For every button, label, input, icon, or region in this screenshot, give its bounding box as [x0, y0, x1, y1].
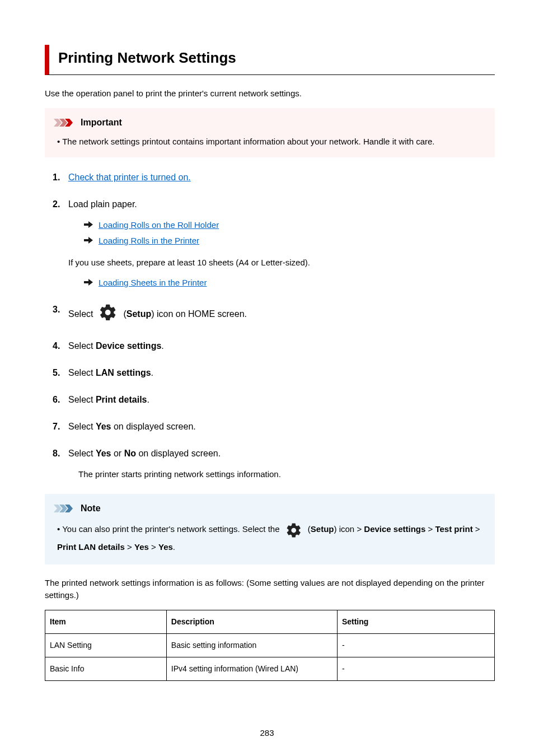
step8-mid: or — [111, 449, 124, 458]
td-desc: IPv4 setting information (Wired LAN) — [166, 657, 337, 680]
page-title: Printing Network Settings — [58, 47, 495, 69]
page-number: 283 — [0, 727, 534, 740]
important-bullet: The network settings printout contains i… — [57, 135, 486, 148]
step-3: Select (Setup) icon on HOME screen. — [56, 303, 495, 326]
table-row: LAN Setting Basic setting information - — [45, 633, 495, 657]
important-icon — [54, 119, 77, 127]
table-header-row: Item Description Setting — [45, 610, 495, 633]
step1-link[interactable]: Check that printer is turned on. — [68, 172, 191, 182]
important-label: Important — [81, 116, 122, 129]
th-item: Item — [45, 610, 167, 633]
step7-pre: Select — [68, 422, 96, 431]
step7-bold: Yes — [96, 422, 111, 431]
page-title-bar: Printing Network Settings — [45, 45, 495, 75]
step-7: Select Yes on displayed screen. — [56, 420, 495, 433]
note-end: . — [173, 542, 175, 552]
step-1: Check that printer is turned on. — [56, 171, 495, 184]
important-callout: Important The network settings printout … — [45, 108, 495, 157]
note-gt4: > — [149, 542, 158, 552]
step6-post: . — [147, 395, 149, 404]
step8-post: on displayed screen. — [136, 449, 221, 458]
step8-sub: The printer starts printing network sett… — [78, 468, 495, 481]
step5-post: . — [151, 368, 153, 377]
settings-table: Item Description Setting LAN Setting Bas… — [45, 610, 495, 681]
steps-list: Check that printer is turned on. Load pl… — [45, 171, 495, 481]
gear-icon — [285, 521, 302, 539]
table-row: Basic Info IPv4 setting information (Wir… — [45, 657, 495, 680]
step-5: Select LAN settings. — [56, 366, 495, 380]
step2-link-b[interactable]: Loading Rolls in the Printer — [99, 235, 199, 248]
arrow-icon — [84, 277, 93, 290]
step6-bold: Print details — [96, 395, 147, 404]
note-setup: Setup — [311, 524, 334, 534]
note-gt2: > — [473, 524, 480, 534]
td-item: Basic Info — [45, 657, 167, 680]
note-post-close: ) icon > — [334, 524, 364, 534]
note-b1: Device settings — [364, 524, 425, 534]
step7-post: on displayed screen. — [111, 422, 196, 431]
td-setting: - — [337, 633, 494, 657]
step-4: Select Device settings. — [56, 339, 495, 353]
note-icon — [54, 505, 77, 512]
note-b2: Test print — [435, 524, 472, 534]
step2-mid: If you use sheets, prepare at least 10 s… — [68, 256, 495, 269]
step4-post: . — [161, 341, 163, 351]
step-2: Load plain paper. Loading Rolls on the R… — [56, 198, 495, 290]
th-description: Description — [166, 610, 337, 633]
step-6: Select Print details. — [56, 393, 495, 407]
gear-icon — [99, 303, 118, 326]
step2-link-a[interactable]: Loading Rolls on the Roll Holder — [99, 219, 219, 232]
arrow-icon — [84, 219, 93, 232]
td-setting: - — [337, 657, 494, 680]
note-callout: Note You can also print the printer's ne… — [45, 494, 495, 564]
step5-bold: LAN settings — [96, 368, 151, 377]
note-b4: Yes — [134, 542, 149, 552]
td-desc: Basic setting information — [166, 633, 337, 657]
arrow-icon — [84, 235, 93, 248]
step5-pre: Select — [68, 368, 96, 377]
step8-b2: No — [124, 449, 136, 458]
note-b5: Yes — [158, 542, 173, 552]
note-label: Note — [81, 502, 101, 515]
step4-bold: Device settings — [96, 341, 161, 351]
note-b3: Print LAN details — [57, 542, 125, 552]
step6-pre: Select — [68, 395, 96, 404]
step3-setup: Setup — [127, 309, 151, 319]
step2-text: Load plain paper. — [68, 199, 137, 209]
step3-post-close: ) icon on HOME screen. — [151, 309, 247, 319]
note-pre: You can also print the printer's network… — [62, 524, 282, 534]
step2-link-c[interactable]: Loading Sheets in the Printer — [99, 277, 207, 290]
after-note-text: The printed network settings information… — [45, 577, 495, 602]
step8-pre: Select — [68, 449, 96, 458]
step-8: Select Yes or No on displayed screen. Th… — [56, 447, 495, 481]
step3-pre: Select — [68, 307, 93, 321]
intro-text: Use the operation panel to print the pri… — [45, 87, 495, 100]
td-item: LAN Setting — [45, 633, 167, 657]
note-bullet: You can also print the printer's network… — [57, 521, 486, 556]
step8-b1: Yes — [96, 449, 111, 458]
note-gt3: > — [125, 542, 134, 552]
step4-pre: Select — [68, 341, 96, 351]
th-setting: Setting — [337, 610, 494, 633]
note-gt1: > — [425, 524, 435, 534]
